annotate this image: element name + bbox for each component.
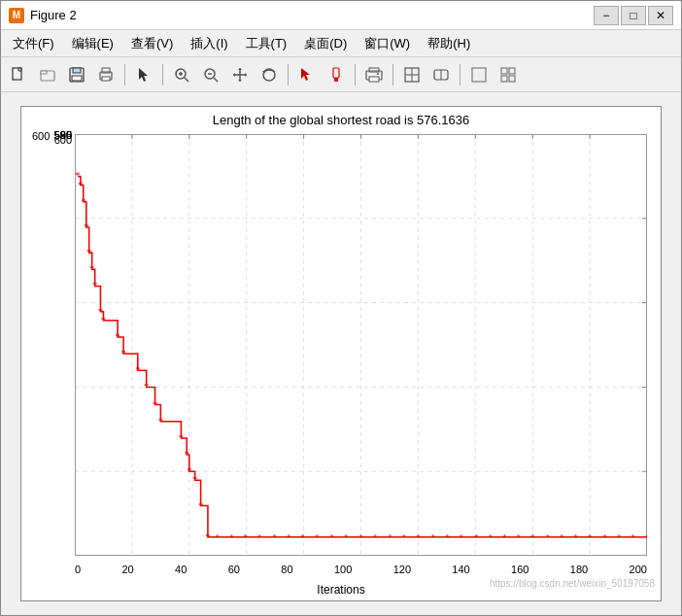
svg-rect-5 xyxy=(72,76,82,81)
rotate-button[interactable] xyxy=(256,61,283,88)
svg-text:*: * xyxy=(416,533,420,542)
svg-text:*: * xyxy=(92,281,97,291)
svg-text:*: * xyxy=(603,533,607,542)
svg-text:*: * xyxy=(402,533,406,542)
svg-text:*: * xyxy=(460,533,463,542)
svg-text:*: * xyxy=(315,533,319,542)
svg-text:*: * xyxy=(153,399,157,410)
svg-text:*: * xyxy=(86,247,91,257)
x-axis-label: Iterations xyxy=(317,583,364,597)
open-button[interactable] xyxy=(34,61,61,88)
svg-text:*: * xyxy=(84,222,88,232)
main-window: M Figure 2 − □ ✕ 文件(F) 编辑(E) 查看(V) 插入(I)… xyxy=(0,0,682,616)
close-button[interactable]: ✕ xyxy=(648,6,673,25)
menu-edit[interactable]: 编辑(E) xyxy=(64,33,121,54)
svg-text:*: * xyxy=(78,180,83,190)
svg-text:*: * xyxy=(144,382,149,393)
svg-text:*: * xyxy=(517,533,521,542)
svg-text:*: * xyxy=(135,364,140,375)
svg-text:*: * xyxy=(546,533,550,542)
svg-text:*: * xyxy=(445,533,449,542)
print-button[interactable] xyxy=(92,61,119,88)
print-figure-button[interactable] xyxy=(360,61,388,88)
select-button[interactable] xyxy=(130,61,157,88)
pan-button[interactable] xyxy=(226,61,254,88)
brush-button[interactable] xyxy=(323,61,350,88)
svg-text:*: * xyxy=(244,533,248,542)
plot-container: Length of the global shortest road is 57… xyxy=(1,92,681,615)
datacursor-button[interactable] xyxy=(293,61,321,88)
menu-tools[interactable]: 工具(T) xyxy=(238,33,295,54)
chart-svg: * * * * * * * * * * * * * * * * * * * * xyxy=(75,134,647,556)
svg-text:*: * xyxy=(198,500,203,511)
svg-text:*: * xyxy=(205,531,210,542)
zoom-in-button[interactable] xyxy=(168,61,195,88)
svg-rect-4 xyxy=(73,68,81,73)
svg-line-15 xyxy=(214,78,218,82)
svg-rect-21 xyxy=(334,78,338,82)
toolbar xyxy=(1,57,681,92)
svg-text:*: * xyxy=(344,533,348,542)
svg-text:*: * xyxy=(116,331,120,342)
svg-marker-19 xyxy=(301,68,310,81)
svg-text:*: * xyxy=(631,533,634,542)
menu-view[interactable]: 查看(V) xyxy=(123,33,181,54)
svg-rect-8 xyxy=(102,77,110,81)
svg-text:*: * xyxy=(358,533,362,542)
toggle-button[interactable] xyxy=(427,61,455,88)
svg-text:*: * xyxy=(329,533,333,542)
svg-marker-9 xyxy=(139,68,148,82)
svg-text:*: * xyxy=(431,533,435,542)
svg-text:*: * xyxy=(645,533,647,542)
svg-rect-24 xyxy=(369,77,379,82)
svg-text:*: * xyxy=(560,533,563,542)
svg-text:*: * xyxy=(489,533,493,542)
svg-rect-34 xyxy=(501,76,507,82)
svg-text:*: * xyxy=(101,315,106,325)
svg-text:*: * xyxy=(257,533,261,542)
svg-rect-31 xyxy=(472,68,486,82)
window-title: Figure 2 xyxy=(30,8,77,22)
watermark: https://blog.csdn.net/weixin_50197058 xyxy=(490,578,655,589)
svg-text:*: * xyxy=(287,533,290,542)
svg-text:*: * xyxy=(179,432,184,443)
plot-area: Length of the global shortest road is 57… xyxy=(20,106,662,601)
svg-text:*: * xyxy=(158,416,163,427)
plot-title: Length of the global shortest road is 57… xyxy=(21,107,661,129)
svg-text:*: * xyxy=(192,474,197,485)
new-button[interactable] xyxy=(5,61,32,88)
svg-rect-35 xyxy=(509,76,515,82)
menu-desktop[interactable]: 桌面(D) xyxy=(296,33,355,54)
title-bar-left: M Figure 2 xyxy=(9,8,77,23)
maximize-button[interactable]: □ xyxy=(621,6,646,25)
svg-text:*: * xyxy=(187,465,191,476)
layout-button[interactable] xyxy=(398,61,426,88)
svg-text:*: * xyxy=(617,533,621,542)
svg-point-25 xyxy=(377,73,379,75)
menu-bar: 文件(F) 编辑(E) 查看(V) 插入(I) 工具(T) 桌面(D) 窗口(W… xyxy=(1,30,681,57)
plot3d-button[interactable] xyxy=(465,61,493,88)
menu-file[interactable]: 文件(F) xyxy=(5,33,62,54)
svg-rect-32 xyxy=(501,68,507,74)
menu-window[interactable]: 窗口(W) xyxy=(357,33,418,54)
svg-text:*: * xyxy=(574,533,578,542)
svg-rect-20 xyxy=(333,68,339,78)
menu-help[interactable]: 帮助(H) xyxy=(420,33,478,54)
subplot-button[interactable] xyxy=(494,61,522,88)
save-button[interactable] xyxy=(63,61,90,88)
svg-text:*: * xyxy=(530,533,534,542)
svg-text:*: * xyxy=(588,533,592,542)
zoom-out-button[interactable] xyxy=(197,61,224,88)
svg-text:*: * xyxy=(502,533,506,542)
svg-text:*: * xyxy=(474,533,478,542)
svg-text:*: * xyxy=(81,196,85,207)
svg-text:*: * xyxy=(273,533,277,542)
svg-text:*: * xyxy=(216,533,220,542)
svg-line-11 xyxy=(185,78,188,82)
menu-insert[interactable]: 插入(I) xyxy=(183,33,235,54)
svg-rect-2 xyxy=(41,71,47,74)
svg-text:*: * xyxy=(229,533,233,542)
svg-text:*: * xyxy=(185,449,189,460)
minimize-button[interactable]: − xyxy=(594,6,619,25)
svg-text:*: * xyxy=(373,533,377,542)
